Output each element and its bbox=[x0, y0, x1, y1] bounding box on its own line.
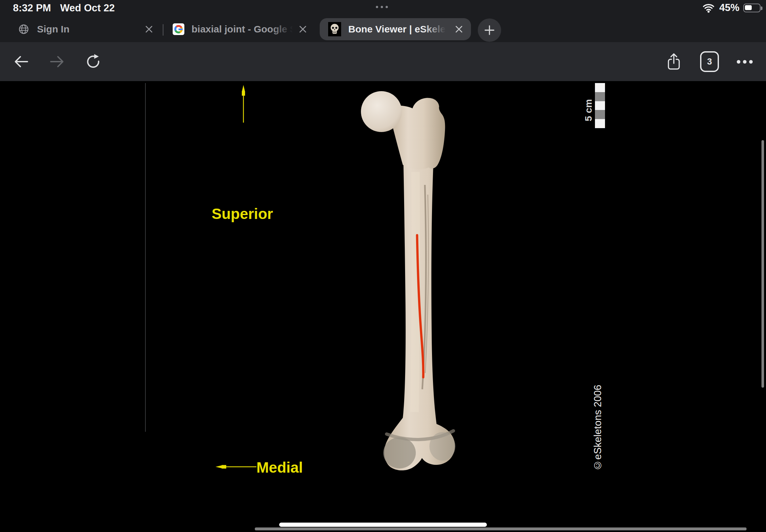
tab-google-search[interactable]: biaxial joint - Google Se bbox=[169, 18, 313, 40]
share-button[interactable] bbox=[659, 42, 688, 81]
new-tab-button[interactable] bbox=[478, 18, 501, 42]
google-icon bbox=[173, 23, 184, 35]
tab-bone-viewer-active[interactable]: Bone Viewer | eSkeleto bbox=[320, 18, 471, 40]
status-bar-left: 8:32 PM Wed Oct 22 bbox=[13, 2, 115, 14]
tab-divider bbox=[163, 24, 164, 36]
close-icon[interactable] bbox=[454, 24, 464, 34]
reload-button[interactable] bbox=[79, 42, 108, 81]
date-label: Wed Oct 22 bbox=[60, 2, 115, 14]
close-icon[interactable] bbox=[298, 24, 308, 34]
tab-title: biaxial joint - Google Se bbox=[191, 24, 293, 35]
battery-icon bbox=[743, 4, 760, 12]
home-indicator[interactable] bbox=[279, 523, 487, 527]
femur-head bbox=[361, 91, 402, 132]
share-icon bbox=[666, 52, 681, 71]
tabs-count-icon: 3 bbox=[700, 51, 719, 72]
ipad-screen: 8:32 PM Wed Oct 22 45% Sign In bbox=[0, 0, 766, 532]
tab-sign-in[interactable]: Sign In bbox=[13, 18, 160, 40]
skull-icon bbox=[328, 22, 341, 36]
wifi-icon bbox=[702, 3, 715, 13]
reload-icon bbox=[85, 53, 102, 70]
tab-switcher-button[interactable]: 3 bbox=[695, 42, 724, 81]
browser-top-chrome: 8:32 PM Wed Oct 22 45% Sign In bbox=[0, 0, 766, 42]
tab-title: Sign In bbox=[37, 24, 69, 35]
forward-button[interactable] bbox=[43, 42, 72, 81]
battery-percent-label: 45% bbox=[719, 2, 739, 14]
browser-nav-bar: eskeletons.org 3 bbox=[0, 42, 766, 81]
superior-label: Superior bbox=[212, 205, 273, 223]
scale-label: 5 cm bbox=[583, 94, 594, 121]
plus-icon bbox=[484, 25, 495, 36]
copyright-label: ©eSkeletons 2006 bbox=[592, 370, 604, 471]
frame-divider-line bbox=[145, 83, 146, 432]
clock-label: 8:32 PM bbox=[13, 2, 51, 14]
vertical-scrollbar[interactable] bbox=[761, 140, 764, 388]
scale-bar bbox=[595, 83, 605, 128]
bone-viewer-content: Superior 5 cm bbox=[0, 81, 766, 532]
tab-title: Bone Viewer | eSkeleto bbox=[348, 24, 446, 35]
superior-arrow-icon bbox=[239, 85, 247, 123]
globe-icon bbox=[18, 24, 29, 35]
horizontal-scrollbar[interactable] bbox=[255, 527, 747, 530]
femur-image[interactable] bbox=[355, 88, 459, 474]
multitask-dots-icon bbox=[376, 6, 388, 8]
medial-label: Medial bbox=[256, 459, 303, 476]
back-icon bbox=[13, 54, 29, 69]
status-bar-right: 45% bbox=[702, 2, 760, 14]
close-icon[interactable] bbox=[144, 24, 154, 34]
tab-count-label: 3 bbox=[707, 57, 712, 67]
forward-icon bbox=[49, 54, 65, 69]
back-button[interactable] bbox=[6, 42, 36, 81]
ellipsis-icon bbox=[737, 60, 753, 64]
more-menu-button[interactable] bbox=[730, 42, 759, 81]
medial-arrow-icon bbox=[215, 463, 256, 471]
